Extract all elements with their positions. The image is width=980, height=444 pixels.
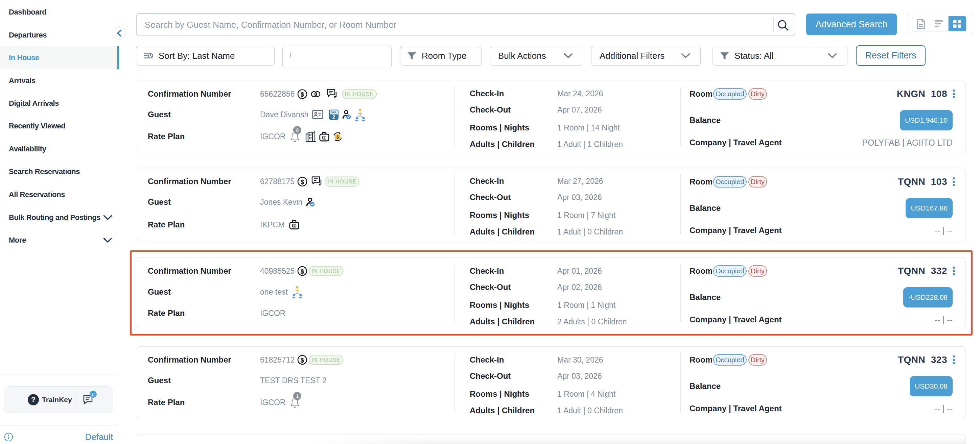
svg-text:$: $ (301, 268, 304, 275)
svg-text:$: $ (324, 136, 325, 139)
svg-text:$: $ (301, 91, 304, 98)
svg-text:$: $ (293, 224, 295, 227)
svg-text:$: $ (301, 179, 304, 186)
svg-text:$: $ (301, 357, 304, 364)
svg-text:$: $ (336, 134, 339, 139)
